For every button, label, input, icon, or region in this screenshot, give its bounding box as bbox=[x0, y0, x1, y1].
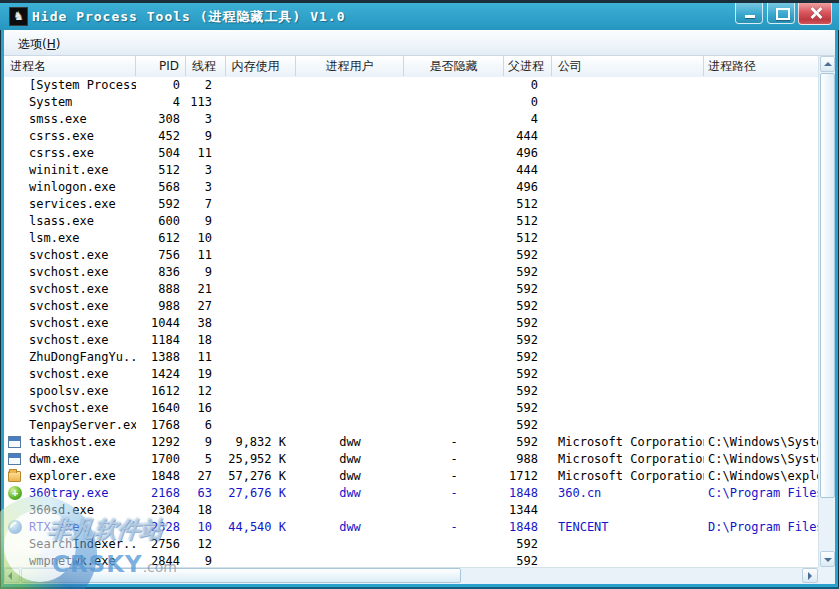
cell-name: svchost.exe bbox=[4, 315, 136, 332]
table-row[interactable]: svchost.exe98827592 bbox=[4, 298, 818, 315]
cell-name: smss.exe bbox=[4, 111, 136, 128]
header-row: 进程名PID线程内存使用进程用户是否隐藏父进程公司进程路径 bbox=[4, 56, 818, 78]
close-button[interactable] bbox=[798, 3, 832, 25]
cell-user bbox=[296, 264, 404, 281]
cell-pid: 1700 bbox=[136, 451, 186, 468]
cell-hidden bbox=[404, 94, 504, 111]
vertical-scrollbar-thumb[interactable] bbox=[820, 73, 835, 498]
cell-parent: 592 bbox=[504, 349, 552, 366]
cell-user: dww bbox=[296, 519, 404, 536]
cell-path: C:\Program Files\3 bbox=[704, 485, 818, 502]
table-row[interactable]: [System Process]020 bbox=[4, 77, 818, 94]
table-row[interactable]: svchost.exe8369592 bbox=[4, 264, 818, 281]
column-header-company[interactable]: 公司 bbox=[552, 56, 704, 76]
cell-memory bbox=[226, 315, 296, 332]
cell-name: lsass.exe bbox=[4, 213, 136, 230]
cell-threads: 113 bbox=[186, 94, 226, 111]
scroll-right-button[interactable] bbox=[802, 568, 818, 583]
table-row[interactable]: wmpnetwk.exe28449592 bbox=[4, 553, 818, 567]
cell-parent: 592 bbox=[504, 536, 552, 553]
table-row[interactable]: svchost.exe75611592 bbox=[4, 247, 818, 264]
table-row[interactable]: svchost.exe118418592 bbox=[4, 332, 818, 349]
cell-hidden bbox=[404, 349, 504, 366]
cell-pid: 592 bbox=[136, 196, 186, 213]
cell-parent: 592 bbox=[504, 417, 552, 434]
cell-name: explorer.exe bbox=[4, 468, 136, 485]
cell-path bbox=[704, 145, 818, 162]
scroll-down-button[interactable] bbox=[820, 551, 835, 567]
titlebar: ♞ Hide Process Tools (进程隐藏工具) V1.0 bbox=[0, 3, 839, 30]
table-row[interactable]: svchost.exe142419592 bbox=[4, 366, 818, 383]
cell-name: winlogon.exe bbox=[4, 179, 136, 196]
cell-parent: 988 bbox=[504, 451, 552, 468]
cell-threads: 38 bbox=[186, 315, 226, 332]
cell-pid: 836 bbox=[136, 264, 186, 281]
client-area: 选项(H) 进程名PID线程内存使用进程用户是否隐藏父进程公司进程路径 [Sys… bbox=[4, 30, 835, 584]
cell-threads: 18 bbox=[186, 332, 226, 349]
cell-parent: 444 bbox=[504, 162, 552, 179]
column-header-parent[interactable]: 父进程 bbox=[504, 56, 552, 76]
cell-user bbox=[296, 230, 404, 247]
table-row[interactable]: wininit.exe5123444 bbox=[4, 162, 818, 179]
horizontal-scrollbar[interactable] bbox=[4, 567, 818, 584]
table-row[interactable]: System41130 bbox=[4, 94, 818, 111]
cell-parent: 1848 bbox=[504, 519, 552, 536]
cell-pid: 1640 bbox=[136, 400, 186, 417]
table-row[interactable]: lsm.exe61210512 bbox=[4, 230, 818, 247]
minimize-button[interactable] bbox=[735, 3, 763, 24]
table-row[interactable]: ZhuDongFangYu...138811592 bbox=[4, 349, 818, 366]
cell-hidden bbox=[404, 383, 504, 400]
cell-parent: 512 bbox=[504, 196, 552, 213]
table-row[interactable]: dwm.exe1700525,952 Kdww-988Microsoft Cor… bbox=[4, 451, 818, 468]
table-row[interactable]: +360tray.exe21686327,676 Kdww-1848360.cn… bbox=[4, 485, 818, 502]
maximize-button[interactable] bbox=[767, 3, 795, 24]
table-row[interactable]: TenpayServer.exe17686592 bbox=[4, 417, 818, 434]
column-header-memory[interactable]: 内存使用 bbox=[226, 56, 296, 76]
table-row[interactable]: lsass.exe6009512 bbox=[4, 213, 818, 230]
cell-threads: 9 bbox=[186, 213, 226, 230]
table-row[interactable]: RTX.exe23281044,540 Kdww-1848TENCENTD:\P… bbox=[4, 519, 818, 536]
cell-pid: 1044 bbox=[136, 315, 186, 332]
table-row[interactable]: services.exe5927512 bbox=[4, 196, 818, 213]
cell-memory bbox=[226, 94, 296, 111]
table-row[interactable]: smss.exe30834 bbox=[4, 111, 818, 128]
cell-user bbox=[296, 162, 404, 179]
table-row[interactable]: svchost.exe104438592 bbox=[4, 315, 818, 332]
app-window: ♞ Hide Process Tools (进程隐藏工具) V1.0 选项(H)… bbox=[0, 0, 839, 589]
cell-hidden bbox=[404, 145, 504, 162]
cell-path bbox=[704, 400, 818, 417]
table-row[interactable]: winlogon.exe5683496 bbox=[4, 179, 818, 196]
table-row[interactable]: spoolsv.exe161212592 bbox=[4, 383, 818, 400]
cell-company bbox=[552, 536, 704, 553]
table-row[interactable]: 360sd.exe2304181344 bbox=[4, 502, 818, 519]
column-header-pid[interactable]: PID bbox=[136, 56, 186, 76]
cell-parent: 592 bbox=[504, 366, 552, 383]
column-header-path[interactable]: 进程路径 bbox=[704, 56, 818, 76]
cell-name: wmpnetwk.exe bbox=[4, 553, 136, 567]
table-row[interactable]: SearchIndexer...275612592 bbox=[4, 536, 818, 553]
cell-user bbox=[296, 553, 404, 567]
table-row[interactable]: taskhost.exe129299,832 Kdww-592Microsoft… bbox=[4, 434, 818, 451]
horizontal-scrollbar-thumb[interactable] bbox=[21, 568, 461, 583]
scroll-up-button[interactable] bbox=[820, 56, 835, 72]
column-header-hidden[interactable]: 是否隐藏 bbox=[404, 56, 504, 76]
table-row[interactable]: svchost.exe88821592 bbox=[4, 281, 818, 298]
table-row[interactable]: csrss.exe4529444 bbox=[4, 128, 818, 145]
cell-parent: 496 bbox=[504, 145, 552, 162]
cell-hidden bbox=[404, 77, 504, 94]
cell-name: wininit.exe bbox=[4, 162, 136, 179]
vertical-scrollbar[interactable] bbox=[818, 56, 835, 567]
process-table: 进程名PID线程内存使用进程用户是否隐藏父进程公司进程路径 [System Pr… bbox=[4, 56, 835, 584]
table-row[interactable]: explorer.exe18482757,276 Kdww-1712Micros… bbox=[4, 468, 818, 485]
scroll-left-button[interactable] bbox=[4, 568, 20, 583]
column-header-threads[interactable]: 线程 bbox=[186, 56, 226, 76]
table-row[interactable]: csrss.exe50411496 bbox=[4, 145, 818, 162]
cell-hidden bbox=[404, 264, 504, 281]
column-header-user[interactable]: 进程用户 bbox=[296, 56, 404, 76]
column-header-name[interactable]: 进程名 bbox=[4, 56, 136, 76]
table-row[interactable]: svchost.exe164016592 bbox=[4, 400, 818, 417]
menu-item-options[interactable]: 选项(H) bbox=[11, 34, 67, 55]
cell-threads: 5 bbox=[186, 451, 226, 468]
cell-pid: 504 bbox=[136, 145, 186, 162]
cell-hidden: - bbox=[404, 519, 504, 536]
